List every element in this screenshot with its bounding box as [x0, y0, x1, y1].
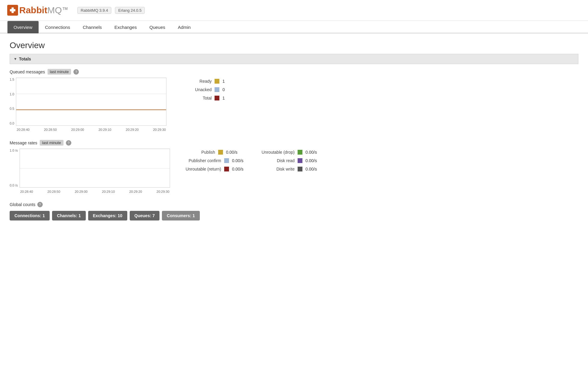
totals-section-header[interactable]: ▼ Totals	[10, 54, 578, 64]
legend-disk-write-label: Disk write	[255, 167, 295, 171]
legend-publisher-confirm-label: Publisher confirm	[182, 158, 221, 163]
chevron-down-icon: ▼	[14, 57, 17, 61]
queued-messages-svg	[16, 78, 166, 126]
legend-publish-value: 0.00/s	[226, 150, 237, 155]
message-rates-chart-row: 1.0 /s 0.0 /s 20:28:40 20:28:50	[10, 149, 578, 193]
nav-admin[interactable]: Admin	[172, 21, 197, 33]
global-counts-help-icon[interactable]: ?	[37, 202, 43, 207]
legend-item-disk-read: Disk read 0.00/s	[255, 158, 317, 163]
legend-item-unroutable-return: Unroutable (return) 0.00/s	[182, 167, 243, 171]
nav-overview[interactable]: Overview	[7, 21, 39, 33]
rabbitmq-version-badge: RabbitMQ 3.9.4	[77, 7, 111, 14]
legend-disk-read-value: 0.00/s	[305, 158, 317, 163]
legend-item-ready: Ready 1	[178, 79, 225, 84]
message-rates-chart: 1.0 /s 0.0 /s 20:28:40 20:28:50	[10, 149, 170, 193]
rates-y-axis-max: 1.0 /s	[10, 149, 18, 152]
legend-ready-value: 1	[222, 79, 225, 84]
legend-unacked-label: Unacked	[178, 87, 212, 92]
message-rates-period-badge[interactable]: last minute	[40, 140, 63, 146]
legend-unroutable-drop-value: 0.00/s	[305, 150, 317, 155]
erlang-version-badge: Erlang 24.0.5	[115, 7, 145, 14]
legend-item-disk-write: Disk write 0.00/s	[255, 167, 317, 171]
totals-label: Totals	[19, 57, 31, 61]
nav-channels[interactable]: Channels	[76, 21, 108, 33]
legend-item-unacked: Unacked 0	[178, 87, 225, 92]
message-rates-section: Message rates last minute ? 1.0 /s 0.0 /…	[10, 140, 578, 193]
legend-unacked-value: 0	[222, 87, 225, 92]
y-axis-mid: 1.0	[10, 92, 14, 96]
queued-messages-x-axis: 20:28:40 20:28:50 20:29:00 20:29:10 20:2…	[16, 128, 166, 131]
channels-count-badge[interactable]: Channels: 1	[52, 211, 85, 220]
nav-connections[interactable]: Connections	[39, 21, 76, 33]
legend-publish-color	[218, 150, 223, 155]
queued-messages-chart-row: 1.5 1.0 0.5 0.0	[10, 78, 578, 131]
legend-disk-read-color	[298, 158, 302, 163]
rabbitmq-logo-icon	[7, 5, 18, 16]
rates-y-axis-min: 0.0 /s	[10, 183, 18, 187]
svg-rect-4	[11, 9, 14, 11]
legend-disk-read-label: Disk read	[255, 158, 295, 163]
header: RabbitMQTM RabbitMQ 3.9.4 Erlang 24.0.5	[0, 0, 588, 21]
queued-messages-legend: Ready 1 Unacked 0 Total 1	[178, 78, 225, 100]
logo: RabbitMQTM	[7, 5, 68, 16]
legend-unacked-color	[215, 87, 219, 92]
legend-item-publisher-confirm: Publisher confirm 0.00/s	[182, 158, 243, 163]
message-rates-label: Message rates last minute ?	[10, 140, 578, 146]
legend-total-label: Total	[178, 96, 212, 100]
queues-count-badge[interactable]: Queues: 7	[130, 211, 160, 220]
legend-item-total: Total 1	[178, 96, 225, 100]
consumers-count-badge[interactable]: Consumers: 1	[162, 211, 200, 220]
legend-item-publish: Publish 0.00/s	[182, 150, 243, 155]
message-rates-x-axis: 20:28:40 20:28:50 20:29:00 20:29:10 20:2…	[20, 190, 170, 193]
queued-messages-section: Queued messages last minute ? 1.5 1.0 0.…	[10, 69, 578, 131]
y-axis-max: 1.5	[10, 78, 14, 81]
queued-messages-help-icon[interactable]: ?	[73, 69, 79, 75]
nav-queues[interactable]: Queues	[143, 21, 172, 33]
message-rates-help-icon[interactable]: ?	[66, 140, 71, 146]
y-axis-low: 0.5	[10, 107, 14, 110]
legend-unroutable-return-label: Unroutable (return)	[182, 167, 221, 171]
page-title: Overview	[10, 41, 578, 50]
content-area: Overview ▼ Totals Queued messages last m…	[0, 33, 588, 228]
legend-disk-write-value: 0.00/s	[305, 167, 317, 171]
legend-ready-label: Ready	[178, 79, 212, 84]
legend-disk-write-color	[298, 167, 302, 171]
legend-total-value: 1	[222, 96, 225, 100]
legend-item-unroutable-drop: Unroutable (drop) 0.00/s	[255, 150, 317, 155]
legend-total-color	[215, 96, 219, 100]
exchanges-count-badge[interactable]: Exchanges: 10	[88, 211, 127, 220]
logo-text: RabbitMQTM	[19, 5, 68, 15]
message-rates-legend-right: Unroutable (drop) 0.00/s Disk read 0.00/…	[255, 149, 317, 171]
legend-publish-label: Publish	[182, 150, 215, 155]
global-counts-label: Global counts ?	[10, 202, 578, 207]
y-axis-min: 0.0	[10, 122, 14, 125]
legend-unroutable-drop-color	[298, 150, 302, 155]
global-counts-section: Global counts ? Connections: 1 Channels:…	[10, 202, 578, 220]
legend-unroutable-drop-label: Unroutable (drop)	[255, 150, 295, 155]
queued-messages-chart: 1.5 1.0 0.5 0.0	[10, 78, 166, 131]
legend-ready-color	[215, 79, 219, 84]
legend-unroutable-return-value: 0.00/s	[232, 167, 243, 171]
legend-publisher-confirm-value: 0.00/s	[232, 158, 243, 163]
main-nav: Overview Connections Channels Exchanges …	[0, 21, 588, 33]
counts-row: Connections: 1 Channels: 1 Exchanges: 10…	[10, 211, 578, 220]
queued-messages-label: Queued messages last minute ?	[10, 69, 578, 75]
message-rates-legend: Publish 0.00/s Publisher confirm 0.00/s …	[182, 149, 317, 171]
message-rates-legend-left: Publish 0.00/s Publisher confirm 0.00/s …	[182, 149, 243, 171]
connections-count-badge[interactable]: Connections: 1	[10, 211, 50, 220]
legend-publisher-confirm-color	[224, 158, 229, 163]
message-rates-svg	[20, 149, 170, 188]
queued-messages-period-badge[interactable]: last minute	[48, 69, 71, 75]
nav-exchanges[interactable]: Exchanges	[108, 21, 143, 33]
legend-unroutable-return-color	[224, 167, 229, 171]
